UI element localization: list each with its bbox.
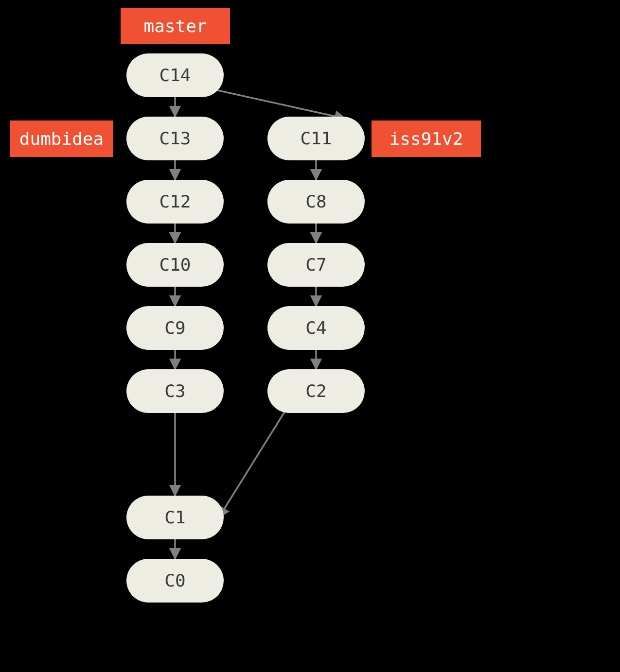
commit-label: C13 [159, 130, 191, 147]
commit-label: C11 [300, 130, 332, 147]
branch-label: dumbidea [19, 130, 104, 148]
commit-C8: C8 [267, 180, 365, 224]
commit-label: C14 [159, 67, 191, 84]
commit-label: C3 [164, 382, 185, 400]
git-graph: master dumbidea iss91v2 C14 C13 C12 C10 … [0, 0, 620, 672]
commit-label: C4 [305, 319, 326, 337]
commit-C13: C13 [126, 117, 224, 160]
commit-label: C9 [164, 319, 185, 337]
commit-C11: C11 [267, 117, 365, 160]
commit-label: C10 [159, 256, 191, 274]
commit-label: C2 [305, 382, 326, 400]
commit-label: C8 [305, 193, 326, 210]
branch-master: master [121, 8, 230, 44]
commit-C1: C1 [126, 496, 224, 539]
commit-C2: C2 [267, 369, 365, 413]
branch-dumbidea: dumbidea [10, 121, 113, 157]
commit-label: C7 [305, 256, 326, 274]
commit-label: C1 [164, 509, 185, 526]
edge-C14-C11 [209, 88, 345, 119]
commit-C9: C9 [126, 306, 224, 350]
commit-C12: C12 [126, 180, 224, 224]
commit-C0: C0 [126, 559, 224, 603]
commit-label: C0 [164, 572, 185, 589]
edge-C2-C1 [219, 408, 287, 517]
commit-C10: C10 [126, 243, 224, 287]
commit-C7: C7 [267, 243, 365, 287]
commit-C4: C4 [267, 306, 365, 350]
branch-label: master [143, 17, 207, 35]
commit-C3: C3 [126, 369, 224, 413]
branch-label: iss91v2 [390, 130, 463, 148]
commit-C14: C14 [126, 53, 224, 97]
commit-label: C12 [159, 193, 191, 210]
branch-iss91v2: iss91v2 [372, 121, 481, 157]
